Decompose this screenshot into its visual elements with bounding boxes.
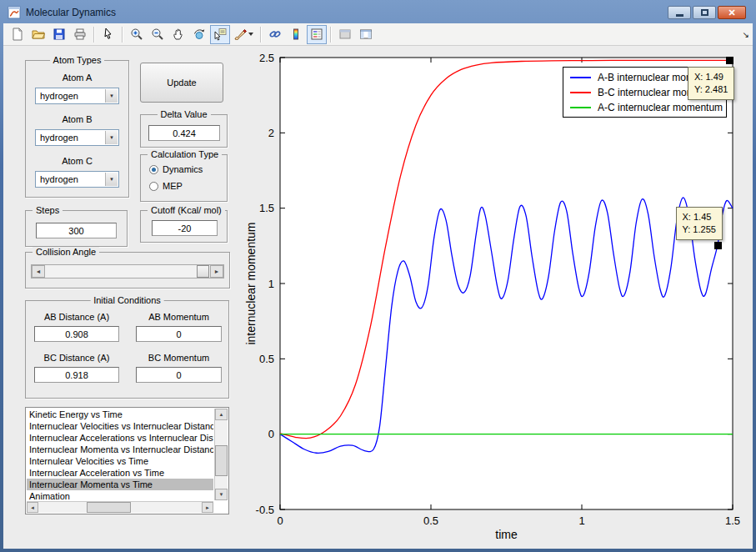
x-tick-label: 1	[578, 514, 584, 527]
legend-label: A-C internuclear momentum	[598, 102, 723, 113]
steps-title: Steps	[33, 205, 63, 215]
zoom-out-button[interactable]	[148, 25, 168, 44]
show-plot-tools-button[interactable]	[356, 25, 376, 44]
list-item[interactable]: Internuclear Momenta vs Time	[27, 479, 213, 490]
chevron-down-icon[interactable]	[248, 33, 253, 36]
cutoff-input[interactable]	[152, 220, 218, 236]
new-figure-icon	[11, 28, 24, 41]
slider-left-arrow-icon[interactable]	[32, 265, 45, 278]
bc-momentum-label: BC Momentum	[136, 353, 222, 363]
scroll-right-icon[interactable]	[202, 502, 213, 513]
chevron-down-icon[interactable]	[105, 173, 118, 186]
datatip-marker[interactable]	[726, 57, 733, 64]
mep-radio-label: MEP	[163, 181, 183, 191]
save-figure-button[interactable]	[49, 25, 69, 44]
titlebar[interactable]: Molecular Dynamics ✕	[2, 2, 754, 23]
datatip[interactable]: X: 1.49Y: 2.481	[688, 67, 734, 100]
window: Molecular Dynamics ✕	[0, 0, 756, 552]
link-plot-button[interactable]	[265, 25, 285, 44]
zoom-in-button[interactable]	[127, 25, 147, 44]
horizontal-scrollbar[interactable]	[27, 501, 213, 513]
plot-type-listbox[interactable]: Kinetic Energy vs TimeInternuclear Veloc…	[25, 407, 229, 514]
vertical-scrollbar[interactable]	[214, 409, 228, 500]
zoom-in-icon	[130, 28, 143, 41]
list-item[interactable]: Internuclear Accelerations vs Internucle…	[27, 432, 213, 444]
data-cursor-icon	[213, 28, 227, 41]
list-item[interactable]: Kinetic Energy vs Time	[27, 409, 213, 420]
scroll-left-icon[interactable]	[27, 502, 38, 513]
insert-colorbar-button[interactable]	[286, 25, 306, 44]
legend-entry[interactable]: A-C internuclear momentum	[563, 100, 726, 115]
scrollbar-thumb[interactable]	[87, 502, 132, 513]
legend-line-sample	[570, 107, 591, 108]
toolbar-overflow-icon[interactable]: ↘	[743, 30, 749, 39]
scrollbar-thumb[interactable]	[215, 445, 228, 476]
atom-c-dropdown[interactable]: hydrogen	[35, 171, 119, 188]
datatip[interactable]: X: 1.45Y: 1.255	[676, 207, 723, 240]
print-figure-button[interactable]	[70, 25, 90, 44]
bc-distance-label: BC Distance (A)	[34, 353, 119, 363]
insert-legend-button[interactable]	[307, 25, 327, 44]
toolbar-separator	[122, 27, 123, 43]
pan-button[interactable]	[168, 25, 188, 44]
chevron-down-icon[interactable]	[105, 89, 118, 103]
minimize-button[interactable]	[668, 6, 691, 19]
update-button[interactable]: Update	[140, 63, 223, 103]
maximize-button[interactable]	[693, 6, 716, 19]
list-item[interactable]: Internuclear Acceleration vs Time	[27, 467, 213, 479]
delta-value-input[interactable]	[148, 125, 220, 141]
close-button[interactable]: ✕	[718, 6, 746, 19]
slider-thumb[interactable]	[197, 265, 209, 278]
ab-momentum-input[interactable]	[136, 326, 222, 342]
x-tick-label: 1.5	[725, 514, 740, 527]
y-tick-label: 0	[268, 428, 274, 440]
collision-angle-slider[interactable]	[31, 264, 224, 279]
atom-b-dropdown[interactable]: hydrogen	[35, 129, 119, 146]
hide-plot-tools-button[interactable]	[335, 25, 355, 44]
list-items: Kinetic Energy vs TimeInternuclear Veloc…	[27, 409, 213, 500]
atom-a-dropdown[interactable]: hydrogen	[35, 88, 119, 104]
link-icon	[268, 28, 282, 41]
rotate-3d-button[interactable]	[189, 25, 209, 44]
atom-b-value: hydrogen	[40, 133, 78, 143]
client-area: ↘ Atom Types Atom A hydrogen Atom B hydr…	[3, 23, 753, 549]
y-tick-label: 1.5	[259, 202, 274, 214]
legend-line-sample	[570, 92, 591, 93]
calculation-type-panel: Calculation Type Dynamics MEP	[140, 154, 228, 202]
cutoff-panel: Cutoff (Kcal/ mol)	[140, 210, 228, 243]
show-plot-tools-icon	[359, 28, 373, 41]
chevron-down-icon[interactable]	[105, 131, 118, 144]
list-item[interactable]: Internuclear Momenta vs Internuclear Dis…	[27, 444, 213, 455]
datatip-marker[interactable]	[714, 242, 722, 249]
edit-plot-button[interactable]	[98, 25, 118, 44]
list-item[interactable]: Internuclear Velocities vs Internuclear …	[27, 420, 213, 432]
data-cursor-button[interactable]	[210, 25, 230, 44]
slider-right-arrow-icon[interactable]	[210, 265, 223, 278]
mep-radio[interactable]: MEP	[149, 181, 183, 191]
toolbar-separator	[93, 27, 94, 43]
minimize-icon	[676, 14, 683, 17]
scroll-up-icon[interactable]	[215, 409, 228, 420]
steps-panel: Steps	[25, 210, 128, 247]
scroll-down-icon[interactable]	[215, 489, 228, 500]
hide-plot-tools-icon	[338, 28, 352, 41]
plot-background[interactable]	[280, 58, 733, 509]
atom-c-label: Atom C	[26, 156, 128, 166]
plot-canvas[interactable]: -0.500.511.522.500.511.5internuclear mom…	[245, 47, 753, 549]
steps-input[interactable]	[36, 223, 117, 238]
legend-icon	[310, 28, 323, 41]
list-item[interactable]: Internulear Velocities vs Time	[27, 455, 213, 467]
dynamics-radio[interactable]: Dynamics	[149, 164, 203, 174]
toolbar-separator	[330, 27, 331, 43]
open-file-button[interactable]	[28, 25, 48, 44]
atom-a-label: Atom A	[26, 73, 128, 83]
datatip-y-value: Y: 2.481	[694, 83, 728, 96]
brush-icon	[233, 28, 247, 41]
new-figure-button[interactable]	[8, 25, 28, 44]
ab-distance-input[interactable]	[34, 326, 119, 342]
y-tick-label: 2	[268, 127, 274, 139]
bc-momentum-input[interactable]	[136, 367, 222, 383]
bc-distance-input[interactable]	[34, 367, 119, 383]
brush-data-button[interactable]	[231, 25, 257, 44]
list-item[interactable]: Animation	[27, 490, 213, 500]
